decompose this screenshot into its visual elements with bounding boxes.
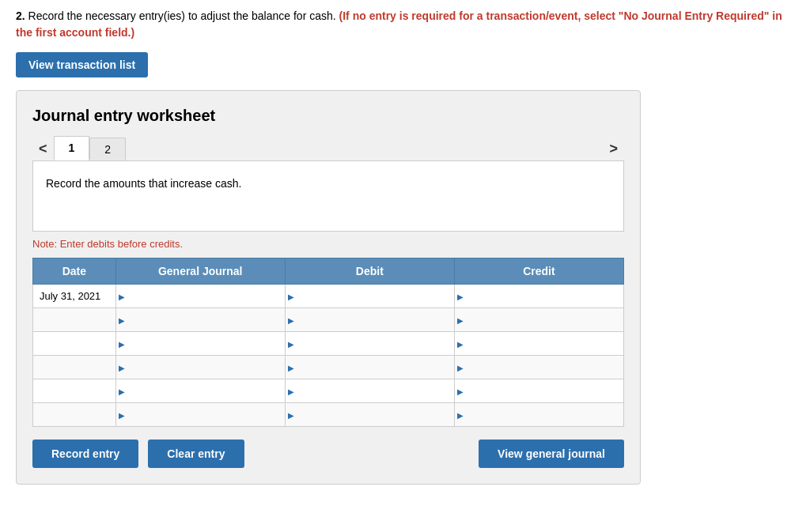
instruction-normal: Record the necessary entry(ies) to adjus… [28, 9, 339, 22]
entry-instruction-box: Record the amounts that increase cash. [32, 160, 624, 232]
tab-nav-right[interactable]: > [603, 138, 624, 160]
credit-cell-6[interactable] [454, 403, 623, 427]
tab-nav-left[interactable]: < [32, 138, 54, 160]
view-general-journal-button[interactable]: View general journal [479, 440, 624, 468]
debit-input-1[interactable] [286, 285, 454, 308]
journal-cell-1[interactable] [115, 285, 285, 308]
credit-input-5[interactable] [455, 379, 623, 402]
credit-cell-1[interactable] [454, 285, 623, 308]
journal-cell-3[interactable] [115, 332, 285, 356]
tab-1[interactable]: 1 [54, 136, 90, 160]
worksheet-container: Journal entry worksheet < 1 2 > Record t… [16, 90, 641, 485]
credit-cell-5[interactable] [454, 379, 623, 403]
debit-cell-2[interactable] [285, 308, 454, 332]
tabs-row: < 1 2 > [32, 136, 624, 160]
table-row [33, 356, 624, 379]
table-row [33, 379, 624, 403]
journal-input-3[interactable] [116, 332, 285, 355]
tab-2[interactable]: 2 [89, 138, 126, 160]
journal-cell-5[interactable] [115, 379, 285, 403]
date-cell-5 [33, 379, 116, 403]
footer-buttons: Record entry Clear entry View general jo… [32, 440, 624, 468]
journal-input-2[interactable] [116, 308, 285, 331]
journal-cell-2[interactable] [115, 308, 285, 332]
col-debit: Debit [285, 258, 454, 285]
credit-cell-2[interactable] [454, 308, 623, 332]
journal-input-6[interactable] [116, 403, 285, 426]
instruction-number: 2. [16, 9, 25, 22]
table-header-row: Date General Journal Debit Credit [33, 258, 624, 285]
journal-table: Date General Journal Debit Credit July 3… [32, 258, 624, 427]
table-row: July 31, 2021 [33, 285, 624, 308]
debit-cell-4[interactable] [285, 356, 454, 379]
credit-input-3[interactable] [455, 332, 623, 355]
journal-input-5[interactable] [116, 379, 285, 402]
credit-input-1[interactable] [455, 285, 623, 308]
debit-input-5[interactable] [286, 379, 454, 402]
debit-cell-6[interactable] [285, 403, 454, 427]
date-cell-2 [33, 308, 116, 332]
credit-input-6[interactable] [455, 403, 623, 426]
instruction-text: 2. Record the necessary entry(ies) to ad… [16, 8, 791, 41]
table-row [33, 332, 624, 356]
debit-cell-5[interactable] [285, 379, 454, 403]
credit-cell-4[interactable] [454, 356, 623, 379]
credit-input-4[interactable] [455, 356, 623, 379]
credit-input-2[interactable] [455, 308, 623, 331]
table-row [33, 403, 624, 427]
entry-instruction-text: Record the amounts that increase cash. [46, 177, 241, 190]
date-cell-1: July 31, 2021 [33, 285, 116, 308]
note-text: Note: Enter debits before credits. [32, 238, 624, 250]
view-transaction-button[interactable]: View transaction list [16, 52, 148, 77]
debit-input-2[interactable] [286, 308, 454, 331]
credit-cell-3[interactable] [454, 332, 623, 356]
journal-cell-6[interactable] [115, 403, 285, 427]
journal-input-4[interactable] [116, 356, 285, 379]
col-general-journal: General Journal [115, 258, 285, 285]
date-cell-3 [33, 332, 116, 356]
worksheet-title: Journal entry worksheet [32, 107, 624, 125]
col-credit: Credit [454, 258, 623, 285]
record-entry-button[interactable]: Record entry [32, 440, 138, 468]
table-row [33, 308, 624, 332]
debit-cell-1[interactable] [285, 285, 454, 308]
debit-input-4[interactable] [286, 356, 454, 379]
date-cell-6 [33, 403, 116, 427]
debit-cell-3[interactable] [285, 332, 454, 356]
date-cell-4 [33, 356, 116, 379]
journal-cell-4[interactable] [115, 356, 285, 379]
col-date: Date [33, 258, 116, 285]
debit-input-6[interactable] [286, 403, 454, 426]
journal-input-1[interactable] [116, 285, 285, 308]
clear-entry-button[interactable]: Clear entry [148, 440, 244, 468]
debit-input-3[interactable] [286, 332, 454, 355]
